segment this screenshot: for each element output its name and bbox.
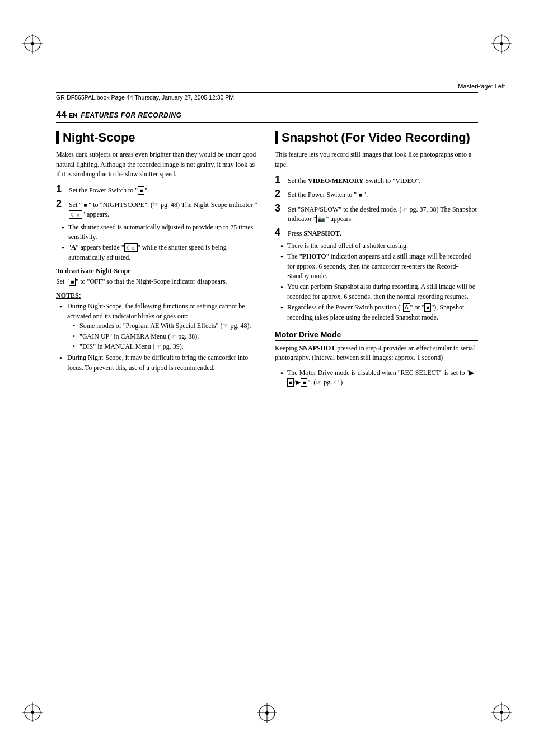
notes-sub-item-1: Some modes of "Program AE With Special E…: [73, 321, 259, 331]
svg-point-15: [265, 711, 269, 715]
file-info: GR-DF565PAL.book Page 44 Thursday, Janua…: [56, 92, 478, 102]
svg-point-19: [500, 711, 503, 714]
bullet-item: The shutter speed is automatically adjus…: [62, 223, 259, 242]
snap-bullet-3: You can perform Snapshot also during rec…: [280, 282, 478, 302]
snap-step-1-text: Set the VIDEO/MEMORY Switch to "VIDEO".: [288, 176, 478, 186]
section-title: FEATURES FOR RECORDING: [81, 111, 181, 119]
motor-drive-bullets: The Motor Drive mode is disabled when "R…: [280, 368, 478, 388]
bullet-item: "A" appears beside "☾☼" while the shutte…: [62, 243, 259, 262]
reg-mark-br: [491, 702, 512, 722]
content-area: 44 EN FEATURES FOR RECORDING Night-Scope…: [56, 109, 478, 700]
page-en: EN: [69, 112, 77, 119]
snap-step-4-num: 4: [275, 227, 286, 238]
deactivate-heading: To deactivate Night-Scope: [56, 267, 259, 275]
deactivate-text: Set "■" to "OFF" so that the Night-Scope…: [56, 277, 259, 287]
step-1: 1 Set the Power Switch to "■".: [56, 184, 259, 195]
snap-step-1: 1 Set the VIDEO/MEMORY Switch to "VIDEO"…: [275, 175, 478, 186]
reg-mark-tr: [491, 34, 512, 54]
snap-step-2-num: 2: [275, 189, 286, 200]
snap-step-3-text: Set "SNAP/SLOW" to the desired mode. (☞ …: [288, 205, 478, 224]
motor-drive-heading: Motor Drive Mode: [275, 330, 478, 341]
snap-bullet-1: There is the sound effect of a shutter c…: [280, 241, 478, 251]
night-scope-heading: Night-Scope: [56, 131, 259, 144]
svg-point-11: [31, 711, 34, 714]
notes-sub-item-2: "GAIN UP" in CAMERA Menu (☞ pg. 38).: [73, 332, 259, 341]
motor-drive-text: Keeping SNAPSHOT pressed in step 4 provi…: [275, 344, 478, 363]
step-1-text: Set the Power Switch to "■".: [69, 186, 259, 195]
step2-bullets: The shutter speed is automatically adjus…: [62, 223, 259, 263]
snapshot-section: Snapshot (For Video Recording) This feat…: [275, 131, 478, 391]
snap-bullet-2: The "PHOTO" indication appears and a sti…: [280, 252, 478, 281]
snapshot-bullets: There is the sound effect of a shutter c…: [280, 241, 478, 322]
svg-point-3: [31, 42, 34, 45]
svg-point-7: [500, 42, 503, 45]
notes-item-2: During Night-Scope, it may be difficult …: [59, 353, 259, 373]
two-column-layout: Night-Scope Makes dark subjects or areas…: [56, 131, 478, 391]
notes-item-1: During Night-Scope, the following functi…: [59, 302, 259, 351]
master-label: MasterPage: Left: [458, 83, 505, 90]
snap-step-4: 4 Press SNAPSHOT.: [275, 227, 478, 238]
page: MasterPage: Left GR-DF565PAL.book Page 4…: [0, 0, 534, 756]
snapshot-heading: Snapshot (For Video Recording): [275, 131, 478, 144]
snap-step-3: 3 Set "SNAP/SLOW" to the desired mode. (…: [275, 203, 478, 224]
page-header: 44 EN FEATURES FOR RECORDING: [56, 109, 478, 123]
motor-bullet-1: The Motor Drive mode is disabled when "R…: [280, 368, 478, 388]
snapshot-intro: This feature lets you record still image…: [275, 150, 478, 170]
step-2: 2 Set "■" to "NIGHTSCOPE". (☞ pg. 48) Th…: [56, 199, 259, 220]
snap-bullet-4: Regardless of the Power Switch position …: [280, 303, 478, 322]
snap-step-4-text: Press SNAPSHOT.: [288, 229, 478, 238]
reg-mark-bl: [22, 702, 43, 722]
page-number: 44: [56, 109, 67, 120]
snap-step-2: 2 Set the Power Switch to "■".: [275, 189, 478, 200]
step-1-num: 1: [56, 184, 67, 195]
snap-step-2-text: Set the Power Switch to "■".: [288, 190, 478, 200]
snap-step-1-num: 1: [275, 175, 286, 186]
notes-sub-list: Some modes of "Program AE With Special E…: [73, 321, 259, 351]
step-2-num: 2: [56, 199, 67, 210]
night-scope-section: Night-Scope Makes dark subjects or areas…: [56, 131, 259, 391]
night-scope-intro: Makes dark subjects or areas even bright…: [56, 150, 259, 179]
notes-sub-item-3: "DIS" in MANUAL Menu (☞ pg. 39).: [73, 342, 259, 351]
reg-mark-bottom-center: [257, 703, 277, 725]
notes-heading: NOTES:: [56, 292, 259, 300]
snap-step-3-num: 3: [275, 203, 286, 214]
notes-list: During Night-Scope, the following functi…: [59, 302, 259, 373]
reg-mark-tl: [22, 34, 43, 54]
step-2-text: Set "■" to "NIGHTSCOPE". (☞ pg. 48) The …: [69, 200, 259, 220]
